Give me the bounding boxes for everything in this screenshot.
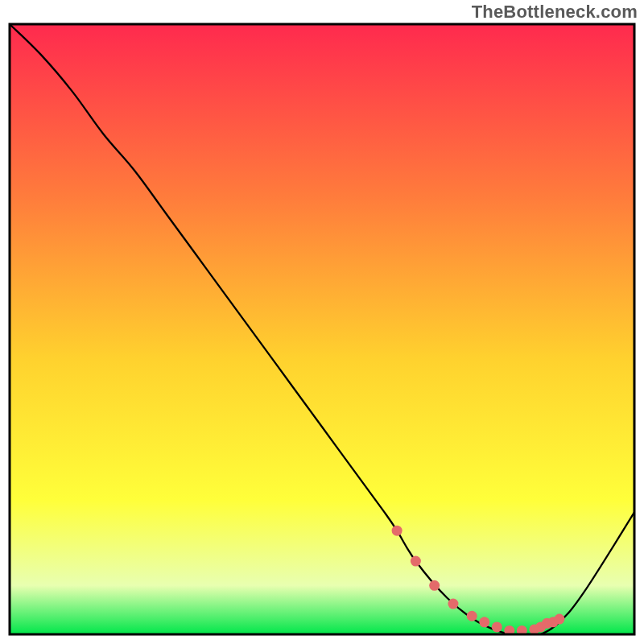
watermark-label: TheBottleneck.com	[472, 2, 638, 23]
chart-container: TheBottleneck.com	[0, 0, 644, 644]
optimal-dot	[467, 611, 477, 621]
optimal-dot	[448, 599, 458, 609]
bottleneck-chart	[0, 0, 644, 644]
heatmap-background	[10, 24, 634, 634]
optimal-dot	[492, 621, 502, 632]
optimal-dot	[392, 526, 402, 536]
optimal-dot	[411, 556, 421, 567]
optimal-dot	[479, 617, 489, 627]
optimal-dot	[429, 580, 440, 591]
optimal-dot	[554, 614, 564, 625]
